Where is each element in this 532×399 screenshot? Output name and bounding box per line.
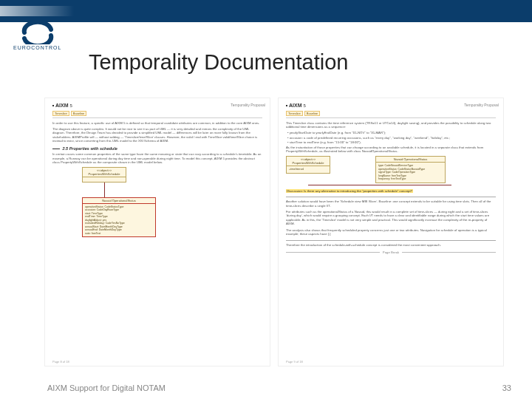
uml-class-child: Navaid OperationalStatus type: CodeNavai…	[375, 156, 446, 183]
uml-class-parent: <<object>> PropertiesWithSchedule	[82, 167, 126, 183]
uml-class-header: <<object>> PropertiesWithSchedule	[83, 168, 126, 177]
uml-class-header: <<object>> PropertiesWithSchedule	[287, 157, 330, 166]
slide-page-number: 33	[502, 383, 511, 392]
eurocontrol-logo-icon	[21, 22, 55, 44]
doc-brand: AIXM	[289, 103, 302, 109]
uml-class-body	[83, 177, 126, 182]
doc-tab-baseline: Baseline	[71, 111, 86, 116]
banner-highlight	[0, 6, 74, 16]
uml-class-body: operationStatus: CodeStatusType occasion…	[83, 204, 155, 237]
doc-paragraph: The analysis also shows that frequently …	[286, 228, 496, 236]
doc-section-heading: 2.5 Properties with schedule	[52, 146, 262, 151]
doc-page-right-footer: Page 9 of 18	[286, 360, 303, 364]
doc-page-right-tabs: Timeslice Baseline	[286, 111, 496, 116]
uml-class-header: Navaid OperationalStatus	[83, 198, 155, 204]
uml-class-body: +timeInterval	[287, 166, 330, 173]
page-break-rule: Page Break	[286, 250, 496, 254]
doc-brand-version: 5	[70, 103, 72, 109]
doc-discussion-box: Another solution would have been the 'Sc…	[286, 197, 496, 241]
rule	[52, 117, 262, 118]
doc-section-heading-text: 2.5 Properties with schedule	[63, 146, 117, 151]
uml-association-line	[308, 185, 451, 185]
uml-diagram: <<object>> PropertiesWithSchedule +timeI…	[286, 156, 496, 183]
doc-page-right-corner: Temporality Proposal	[464, 103, 499, 107]
slide-title: Temporality Documentation	[89, 50, 348, 75]
doc-page-left-footer: Page 8 of 18	[52, 360, 69, 364]
eurocontrol-logo-text: EUROCONTROL	[13, 45, 61, 50]
page-break-label: Page Break	[383, 250, 399, 254]
heading-bar-icon	[52, 149, 60, 149]
uml-class-body: type: CodeNavaidServiceType operationSta…	[376, 163, 445, 183]
doc-paragraph: In certain cases some common properties …	[52, 152, 262, 164]
doc-paragraph: The diagram above is quite complex. It w…	[52, 127, 262, 143]
document-thumbnails: Temporality Proposal AIXM 5 Timeslice Ba…	[44, 98, 504, 366]
doc-brand-version: 5	[304, 103, 306, 109]
doc-highlighted-discussion: Discussion: Is there any alternative to …	[286, 189, 413, 193]
slide: EUROCONTROL Temporality Documentation Te…	[0, 0, 532, 399]
uml-association-line	[104, 183, 105, 197]
doc-brand: AIXM	[55, 103, 69, 109]
slide-footer-text: AIXM Support for Digital NOTAM	[47, 383, 166, 392]
rule	[286, 117, 496, 118]
doc-tab-timeslice: Timeslice	[52, 111, 69, 116]
header-dash-icon	[52, 105, 54, 106]
doc-paragraph: For attributes such as the operationalSt…	[286, 210, 496, 225]
header-banner	[0, 0, 532, 22]
uml-class-child: Navaid OperationalStatus operationStatus…	[82, 197, 156, 238]
header-dash-icon	[286, 105, 287, 106]
doc-tab-timeslice: Timeslice	[286, 111, 303, 116]
uml-class-parent: <<object>> PropertiesWithSchedule +timeI…	[286, 156, 330, 174]
doc-bullet: occasion: a code of predefined recurring…	[286, 136, 496, 140]
doc-paragraph: As the instantiation of those properties…	[286, 146, 496, 154]
doc-paragraph: Therefore the introduction of the schedu…	[286, 243, 496, 247]
doc-bullet: yearlyStartDate to yearlyEndDate (e.g. f…	[286, 131, 496, 134]
doc-page-left: Temporality Proposal AIXM 5 Timeslice Ba…	[44, 98, 270, 366]
doc-page-left-tabs: Timeslice Baseline	[52, 111, 262, 116]
eurocontrol-logo: EUROCONTROL	[13, 22, 61, 50]
doc-paragraph: Another solution would have been the 'Sc…	[286, 200, 496, 208]
doc-bullet: startTime to endTime (e.g. from "15:00" …	[286, 140, 496, 144]
doc-page-right: Temporality Proposal AIXM 5 Timeslice Ba…	[278, 98, 504, 366]
uml-class-header: Navaid OperationalStatus	[376, 157, 445, 163]
doc-paragraph: In order to use this feature, a specific…	[52, 121, 262, 125]
doc-page-left-corner: Temporality Proposal	[231, 103, 265, 107]
doc-tab-baseline: Baseline	[304, 111, 320, 116]
doc-paragraph: This Timeslice class contains the time r…	[286, 121, 496, 129]
